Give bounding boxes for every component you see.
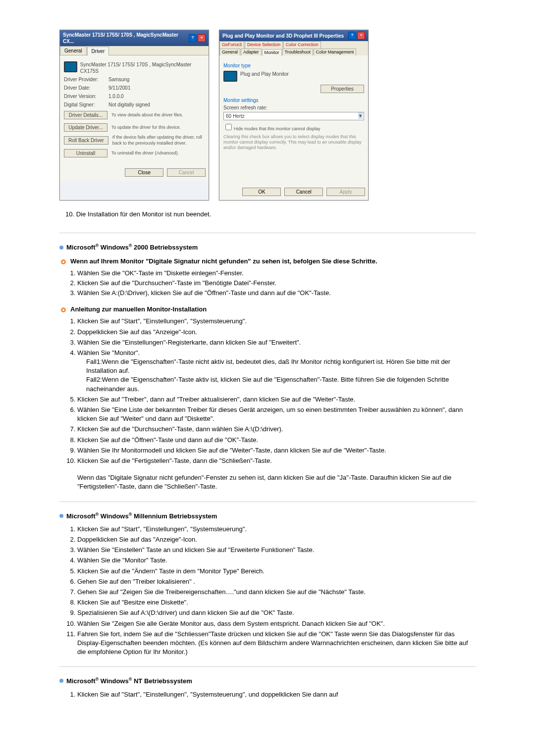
divider xyxy=(59,233,476,233)
provider-label: Driver Provider: xyxy=(64,76,108,83)
list-item: Gehen Sie auf "Zeigen Sie die Treibereig… xyxy=(77,588,476,597)
properties-button[interactable]: Properties xyxy=(321,85,364,93)
close-icon[interactable]: × xyxy=(198,34,206,42)
refresh-rate-label: Screen refresh rate: xyxy=(223,104,364,111)
list-item: Klicken Sie auf die "Durchsuchen"-Taste … xyxy=(77,279,476,288)
tab-general2[interactable]: General xyxy=(219,49,240,56)
fall2-text: Wenn die "Eigenschaften"-Taste aktiv ist… xyxy=(86,376,449,392)
dialog2-tabs: GeForce3 Device Selection Color Correcti… xyxy=(219,41,368,49)
date-label: Driver Date: xyxy=(64,85,108,91)
help-icon[interactable]: ? xyxy=(189,34,197,42)
tab-driver[interactable]: Driver xyxy=(87,47,109,55)
dialog1-title: SyncMaster 171S/ 175S/ 170S , MagicSyncM… xyxy=(63,32,189,45)
bullet-icon xyxy=(59,514,63,518)
provider-value: Samsung xyxy=(108,76,205,83)
list-item: Wählen Sie A:(D:\Driver), klicken Sie au… xyxy=(77,289,476,298)
bullet-icon xyxy=(59,246,63,250)
heading-win: Windows xyxy=(101,678,129,685)
dialog1-model: SyncMaster 171S/ 175S/ 170S , MagicSyncM… xyxy=(80,61,205,74)
install-step-10: 10. Die Installation für den Monitor ist… xyxy=(65,210,476,218)
driver-properties-dialog: SyncMaster 171S/ 175S/ 170S , MagicSyncM… xyxy=(59,30,209,201)
heading-ms: Microsoft xyxy=(66,512,96,520)
dialog1-titlebar: SyncMaster 171S/ 175S/ 170S , MagicSyncM… xyxy=(60,30,209,46)
uninstall-button[interactable]: Uninstall xyxy=(64,149,107,157)
heading-win: Windows xyxy=(101,244,129,252)
list-item: Klicken Sie auf "Start", "Einstellungen"… xyxy=(77,317,476,326)
bullet-icon xyxy=(59,679,63,683)
update-driver-desc: To update the driver for this device. xyxy=(111,125,205,131)
dialog1-window-buttons: ? × xyxy=(189,34,206,42)
monitor-settings-group: Monitor settings xyxy=(223,97,364,103)
list-item: Fahren Sie fort, indem Sie auf die "Schl… xyxy=(77,630,476,657)
steps-manual-install: Klicken Sie auf "Start", "Einstellungen"… xyxy=(59,317,476,465)
list-item: Wählen Sie "Monitor". Fall1:Wenn die "Ei… xyxy=(77,349,476,394)
list-item: Klicken Sie auf die "Fertigstellen"-Tast… xyxy=(77,456,476,465)
tab-color-mgmt[interactable]: Color Management xyxy=(314,49,357,56)
list-item: Wählen Sie die "OK"-Taste im "Diskette e… xyxy=(77,269,476,278)
dialog2-ok-button[interactable]: OK xyxy=(242,188,281,196)
update-driver-button[interactable]: Update Driver... xyxy=(64,123,107,132)
dialog2-cancel-button[interactable]: Cancel xyxy=(284,188,323,196)
list-item: Klicken Sie auf die "Öffnen"-Taste und d… xyxy=(77,436,476,445)
svg-point-1 xyxy=(62,261,64,263)
list-item: Klicken Sie auf die "Durchsuchen"-Taste,… xyxy=(77,425,476,434)
dialog2-title: Plug and Play Monitor and 3D Prophet III… xyxy=(222,33,344,39)
heading-winme: Microsoft® Windows® Millennium Betriebss… xyxy=(59,512,476,520)
subheading-text: Wenn auf Ihrem Monitor "Digitale Signatu… xyxy=(70,257,377,265)
driver-details-desc: To view details about the driver files. xyxy=(111,112,205,118)
dialog1-close-button[interactable]: Close xyxy=(125,168,163,177)
tab-adapter[interactable]: Adapter xyxy=(241,49,262,56)
hide-modes-checkbox[interactable] xyxy=(225,124,232,130)
monitor-name: Plug and Play Monitor xyxy=(240,71,289,77)
rollback-driver-button[interactable]: Roll Back Driver xyxy=(64,136,108,145)
steps-digital-signature: Wählen Sie die "OK"-Taste im "Diskette e… xyxy=(59,269,476,298)
divider xyxy=(59,502,476,502)
date-value: 9/11/2001 xyxy=(108,85,205,91)
monitor-icon xyxy=(64,61,77,72)
rollback-driver-desc: If the device fails after updating the d… xyxy=(112,135,205,146)
reg-mark: ® xyxy=(129,243,132,248)
dialog2-apply-button[interactable]: Apply xyxy=(326,188,365,196)
monitor-type-group: Monitor type xyxy=(223,62,364,69)
list-item: Wählen Sie "Einstellen" Taste an und kli… xyxy=(77,546,476,554)
list-item: Doppelklicken Sie auf das "Anzeige"-Icon… xyxy=(77,535,476,544)
heading-win: Windows xyxy=(101,512,129,520)
tab-troubleshoot[interactable]: Troubleshoot xyxy=(282,49,313,56)
list-item: Klicken Sie auf "Start", "Einstellungen"… xyxy=(77,525,476,534)
dialog2-tabs-row2: General Adapter Monitor Troubleshoot Col… xyxy=(219,49,368,56)
display-properties-dialog: Plug and Play Monitor and 3D Prophet III… xyxy=(219,30,369,201)
heading-os: NT Betriebssystem xyxy=(134,678,192,685)
steps-winme: Klicken Sie auf "Start", "Einstellungen"… xyxy=(59,525,476,656)
close-icon[interactable]: × xyxy=(357,32,365,40)
reg-mark: ® xyxy=(129,512,132,517)
heading-win2000: Microsoft® Windows® 2000 Betriebssystem xyxy=(59,243,476,251)
refresh-rate-select[interactable]: 60 Hertz xyxy=(223,112,364,120)
driver-details-button[interactable]: Driver Details... xyxy=(64,111,107,119)
reg-mark: ® xyxy=(129,677,132,682)
tab-monitor[interactable]: Monitor xyxy=(262,49,282,56)
fall2-label: Fall2: xyxy=(86,376,102,383)
tab-general[interactable]: General xyxy=(60,46,87,55)
svg-point-3 xyxy=(62,309,64,311)
version-value: 1.0.0.0 xyxy=(108,93,205,100)
subheading-manual-install: Anleitung zur manuellen Monitor-Installa… xyxy=(59,305,476,314)
list-item: Klicken Sie auf die "Ändern" Taste in de… xyxy=(77,567,476,576)
list-item: Gehen Sie auf den "Treiber lokalisieren"… xyxy=(77,577,476,586)
gear-icon xyxy=(59,258,67,266)
steps-winnt: Klicken Sie auf "Start", "Einstellungen"… xyxy=(59,690,476,699)
heading-winnt: Microsoft® Windows® NT Betriebssystem xyxy=(59,677,476,685)
dialog1-cancel-button[interactable]: Cancel xyxy=(167,168,206,177)
list-item: Doppelklicken Sie auf das "Anzeige"-Icon… xyxy=(77,328,476,337)
list-item: Klicken Sie auf "Treiber", dann auf "Tre… xyxy=(77,395,476,404)
heading-os: 2000 Betriebssystem xyxy=(134,244,198,252)
help-icon[interactable]: ? xyxy=(348,32,356,40)
list-item: Wählen Sie die "Monitor" Taste. xyxy=(77,556,476,565)
list-item: Wählen Sie "Zeigen Sie alle Geräte Monit… xyxy=(77,619,476,628)
dialog1-tabs: General Driver xyxy=(60,46,209,55)
tab-color-correction[interactable]: Color Correction xyxy=(283,41,321,49)
uninstall-desc: To uninstall the driver (Advanced). xyxy=(111,151,205,156)
dialog2-titlebar: Plug and Play Monitor and 3D Prophet III… xyxy=(219,30,368,41)
tab-device-selection[interactable]: Device Selection xyxy=(245,41,283,49)
list-item: Spezialisieren Sie auf A:\(D:\driver) un… xyxy=(77,608,476,617)
tab-geforce3[interactable]: GeForce3 xyxy=(219,41,244,49)
